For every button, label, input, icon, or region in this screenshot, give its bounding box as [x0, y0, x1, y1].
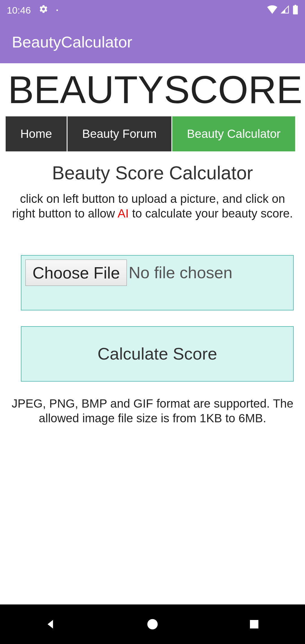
- instruction-post: to calculate your beauty score.: [129, 207, 293, 220]
- calculate-score-button[interactable]: Calculate Score: [21, 326, 294, 382]
- format-info-text: JPEG, PNG, BMP and GIF format are suppor…: [0, 382, 305, 426]
- file-upload-area[interactable]: Choose File No file chosen: [21, 255, 294, 310]
- home-icon[interactable]: [144, 616, 161, 633]
- svg-rect-1: [250, 620, 258, 628]
- app-bar: BeautyCalculator: [0, 20, 305, 63]
- signal-icon: [281, 5, 289, 15]
- tab-home[interactable]: Home: [6, 116, 67, 151]
- status-bar: 10:46 •: [0, 0, 305, 20]
- status-time: 10:46: [7, 5, 31, 16]
- tab-beauty-forum[interactable]: Beauty Forum: [67, 116, 171, 151]
- dot-icon: •: [56, 7, 58, 14]
- wifi-icon: [267, 5, 277, 15]
- page-heading: Beauty Score Calculator: [0, 162, 305, 184]
- calculate-label: Calculate Score: [97, 344, 217, 364]
- site-banner: BEAUTYSCORE: [0, 63, 305, 116]
- status-left: 10:46 •: [7, 4, 58, 16]
- nav-tabs: Home Beauty Forum Beauty Calculator: [6, 116, 305, 151]
- status-right: [267, 5, 298, 16]
- file-status-text: No file chosen: [127, 260, 234, 285]
- choose-file-button[interactable]: Choose File: [25, 260, 127, 286]
- svg-point-0: [147, 619, 158, 630]
- gear-icon: [39, 4, 48, 16]
- battery-icon: [293, 5, 298, 16]
- content-area: BEAUTYSCORE Home Beauty Forum Beauty Cal…: [0, 63, 305, 426]
- app-title: BeautyCalculator: [12, 33, 132, 51]
- instructions-text: click on left button to upload a picture…: [0, 184, 305, 221]
- ai-highlight: AI: [117, 207, 129, 220]
- system-nav-bar: [0, 604, 305, 644]
- tab-beauty-calculator[interactable]: Beauty Calculator: [172, 116, 295, 151]
- recent-apps-icon[interactable]: [246, 616, 263, 633]
- back-icon[interactable]: [42, 616, 59, 633]
